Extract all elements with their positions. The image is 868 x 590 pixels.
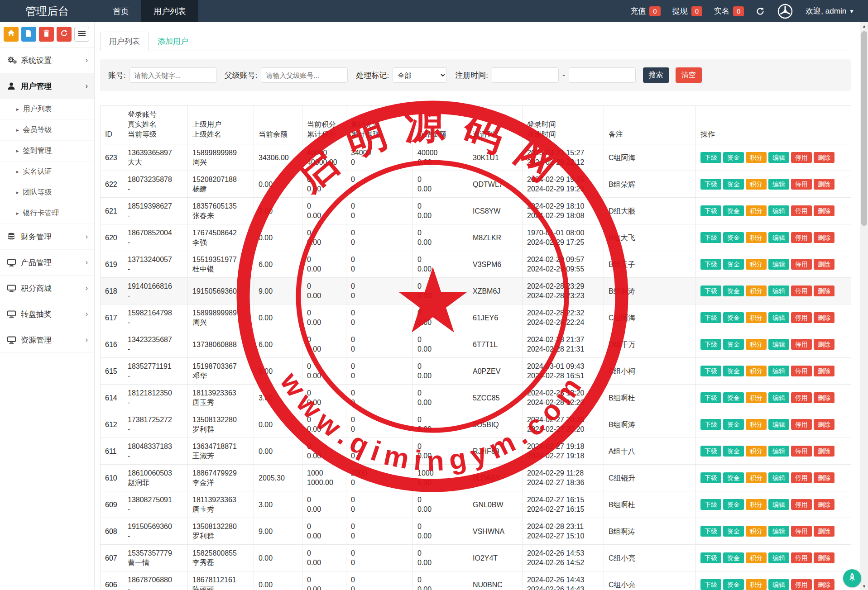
points-button[interactable]: 积分 bbox=[746, 446, 767, 457]
disable-button[interactable]: 停用 bbox=[791, 526, 812, 537]
sidebar-subitem-signin-management[interactable]: ▸签到管理 bbox=[0, 141, 94, 162]
disable-button[interactable]: 停用 bbox=[791, 419, 812, 430]
flag-select[interactable]: 全部 bbox=[393, 67, 447, 83]
disable-button[interactable]: 停用 bbox=[791, 152, 812, 163]
disable-button[interactable]: 停用 bbox=[791, 392, 812, 403]
points-button[interactable]: 积分 bbox=[746, 259, 767, 270]
search-button[interactable]: 搜索 bbox=[643, 67, 669, 83]
disable-button[interactable]: 停用 bbox=[791, 259, 812, 270]
disable-button[interactable]: 停用 bbox=[791, 179, 812, 190]
sub-users-button[interactable]: 下级 bbox=[700, 446, 721, 457]
edit-button[interactable]: 编辑 bbox=[768, 552, 789, 563]
delete-button[interactable]: 删除 bbox=[814, 232, 834, 243]
regtime-start-input[interactable] bbox=[492, 67, 559, 83]
nav-item-home[interactable]: 首页 bbox=[101, 0, 141, 22]
funds-button[interactable]: 资金 bbox=[723, 339, 744, 350]
points-button[interactable]: 积分 bbox=[746, 179, 767, 190]
file-button[interactable] bbox=[21, 27, 36, 42]
funds-button[interactable]: 资金 bbox=[723, 232, 744, 243]
stat-recharge[interactable]: 充值0 bbox=[630, 6, 660, 16]
points-button[interactable]: 积分 bbox=[746, 339, 767, 350]
delete-button[interactable]: 删除 bbox=[814, 392, 834, 403]
points-button[interactable]: 积分 bbox=[746, 285, 767, 296]
delete-button[interactable]: 删除 bbox=[814, 285, 834, 296]
scroll-down-icon[interactable]: ▼ bbox=[860, 582, 868, 590]
sub-users-button[interactable]: 下级 bbox=[700, 579, 721, 590]
sidebar-item-points-mall[interactable]: 积分商城› bbox=[0, 276, 94, 301]
funds-button[interactable]: 资金 bbox=[723, 419, 744, 430]
tab-user-list[interactable]: 用户列表 bbox=[100, 32, 149, 51]
points-button[interactable]: 积分 bbox=[746, 419, 767, 430]
sub-users-button[interactable]: 下级 bbox=[700, 232, 721, 243]
delete-button[interactable]: 删除 bbox=[814, 446, 834, 457]
avatar[interactable] bbox=[777, 3, 794, 20]
delete-button[interactable]: 删除 bbox=[814, 179, 834, 190]
delete-button[interactable]: 删除 bbox=[814, 419, 834, 430]
sub-users-button[interactable]: 下级 bbox=[700, 179, 721, 190]
clear-button[interactable]: 清空 bbox=[676, 67, 702, 83]
points-button[interactable]: 积分 bbox=[746, 232, 767, 243]
sub-users-button[interactable]: 下级 bbox=[700, 526, 721, 537]
sub-users-button[interactable]: 下级 bbox=[700, 392, 721, 403]
sub-users-button[interactable]: 下级 bbox=[700, 259, 721, 270]
points-button[interactable]: 积分 bbox=[746, 205, 767, 216]
points-button[interactable]: 积分 bbox=[746, 526, 767, 537]
sub-users-button[interactable]: 下级 bbox=[700, 366, 721, 376]
refresh-icon[interactable] bbox=[756, 7, 765, 16]
funds-button[interactable]: 资金 bbox=[723, 579, 744, 590]
refresh-button[interactable] bbox=[57, 27, 72, 42]
vertical-scrollbar[interactable]: ▲ ▼ bbox=[860, 22, 868, 590]
funds-button[interactable]: 资金 bbox=[723, 552, 744, 563]
sidebar-item-system-settings[interactable]: 系统设置› bbox=[0, 48, 94, 73]
delete-button[interactable]: 删除 bbox=[814, 499, 834, 510]
home-button[interactable] bbox=[4, 27, 19, 42]
sub-users-button[interactable]: 下级 bbox=[700, 419, 721, 430]
funds-button[interactable]: 资金 bbox=[723, 285, 744, 296]
disable-button[interactable]: 停用 bbox=[791, 312, 812, 323]
sub-users-button[interactable]: 下级 bbox=[700, 339, 721, 350]
edit-button[interactable]: 编辑 bbox=[768, 419, 789, 430]
funds-button[interactable]: 资金 bbox=[723, 179, 744, 190]
sub-users-button[interactable]: 下级 bbox=[700, 552, 721, 563]
funds-button[interactable]: 资金 bbox=[723, 205, 744, 216]
funds-button[interactable]: 资金 bbox=[723, 392, 744, 403]
sub-users-button[interactable]: 下级 bbox=[700, 152, 721, 163]
funds-button[interactable]: 资金 bbox=[723, 259, 744, 270]
disable-button[interactable]: 停用 bbox=[791, 285, 812, 296]
disable-button[interactable]: 停用 bbox=[791, 446, 812, 457]
sub-users-button[interactable]: 下级 bbox=[700, 499, 721, 510]
points-button[interactable]: 积分 bbox=[746, 552, 767, 563]
disable-button[interactable]: 停用 bbox=[791, 552, 812, 563]
sub-users-button[interactable]: 下级 bbox=[700, 472, 721, 483]
sub-users-button[interactable]: 下级 bbox=[700, 205, 721, 216]
delete-button[interactable]: 删除 bbox=[814, 205, 834, 216]
delete-button[interactable]: 删除 bbox=[814, 472, 834, 483]
edit-button[interactable]: 编辑 bbox=[768, 179, 789, 190]
funds-button[interactable]: 资金 bbox=[723, 472, 744, 483]
edit-button[interactable]: 编辑 bbox=[768, 579, 789, 590]
edit-button[interactable]: 编辑 bbox=[768, 339, 789, 350]
sidebar-item-product-management[interactable]: 产品管理› bbox=[0, 250, 94, 276]
edit-button[interactable]: 编辑 bbox=[768, 285, 789, 296]
delete-button[interactable]: 删除 bbox=[814, 259, 834, 270]
funds-button[interactable]: 资金 bbox=[723, 526, 744, 537]
funds-button[interactable]: 资金 bbox=[723, 446, 744, 457]
sub-users-button[interactable]: 下级 bbox=[700, 312, 721, 323]
edit-button[interactable]: 编辑 bbox=[768, 259, 789, 270]
points-button[interactable]: 积分 bbox=[746, 472, 767, 483]
delete-button[interactable]: 删除 bbox=[814, 339, 834, 350]
delete-button[interactable]: 删除 bbox=[814, 579, 834, 590]
delete-button[interactable]: 删除 bbox=[814, 312, 834, 323]
disable-button[interactable]: 停用 bbox=[791, 579, 812, 590]
sidebar-subitem-realname-auth[interactable]: ▸实名认证 bbox=[0, 162, 94, 182]
scrollbar-thumb[interactable] bbox=[861, 31, 867, 226]
edit-button[interactable]: 编辑 bbox=[768, 232, 789, 243]
edit-button[interactable]: 编辑 bbox=[768, 392, 789, 403]
edit-button[interactable]: 编辑 bbox=[768, 152, 789, 163]
points-button[interactable]: 积分 bbox=[746, 366, 767, 376]
edit-button[interactable]: 编辑 bbox=[768, 499, 789, 510]
points-button[interactable]: 积分 bbox=[746, 392, 767, 403]
disable-button[interactable]: 停用 bbox=[791, 205, 812, 216]
delete-button[interactable]: 删除 bbox=[814, 526, 834, 537]
sidebar-item-wheel-lottery[interactable]: 转盘抽奖› bbox=[0, 301, 94, 327]
